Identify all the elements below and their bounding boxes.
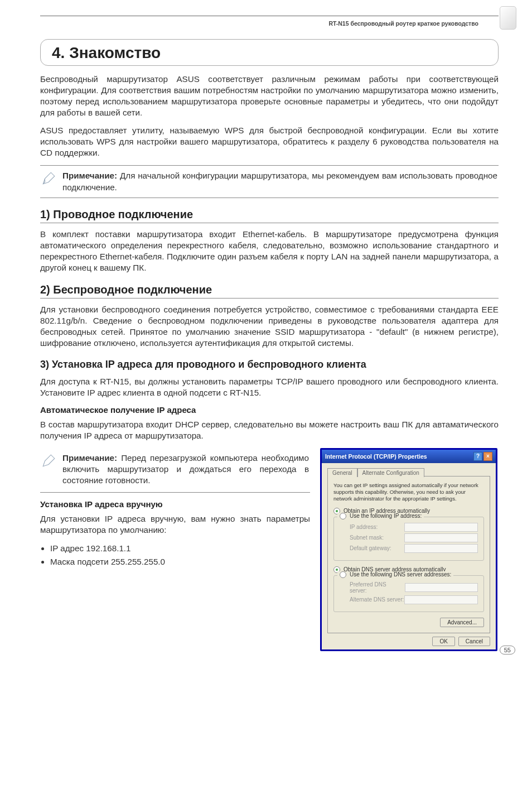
page-title: 4. Знакомство: [52, 44, 487, 62]
note-2-text: Примечание: Перед перезагрузкой компьюте…: [62, 453, 309, 486]
advanced-button[interactable]: Advanced...: [440, 618, 484, 627]
intro-paragraph-2: ASUS предоставляет утилиту, называемую W…: [40, 125, 499, 158]
section-2-underline: [40, 298, 499, 299]
dialog-tabs: General Alternate Configuration: [327, 468, 490, 476]
note-1-text: Примечание: Для начальной конфигурации м…: [62, 170, 497, 192]
auto-ip-body: В состав маршрутизатора входит DHCP серв…: [40, 419, 499, 441]
tab-general[interactable]: General: [327, 468, 357, 477]
dialog-panel: You can get IP settings assigned automat…: [327, 476, 490, 633]
section-1-title: 1) Проводное подключение: [40, 208, 499, 221]
help-button[interactable]: ?: [473, 452, 482, 461]
section-3-title: 3) Установка IP адреса для проводного и …: [40, 359, 499, 370]
radio-dot-icon: [340, 513, 346, 519]
label-ip: IP address:: [350, 524, 378, 530]
label-alternate-dns: Alternate DNS server:: [350, 596, 404, 603]
note-2-label: Примечание:: [62, 453, 117, 463]
section-title-box: 4. Знакомство: [40, 39, 499, 66]
defaults-list: IP адрес 192.168.1.1 Маска подсети 255.2…: [40, 542, 310, 569]
label-mask: Subnet mask:: [350, 535, 384, 541]
section-1-underline: [40, 223, 499, 223]
note-1-body: Для начальной конфигурации маршрутизатор…: [62, 171, 497, 191]
section-2-title: 2) Беспроводное подключение: [40, 283, 499, 296]
dialog-description: You can get IP settings assigned automat…: [333, 482, 484, 502]
section-2-body: Для установки беспроводного соединения п…: [40, 304, 499, 349]
radio-use-ip-label: Use the following IP address:: [350, 513, 422, 519]
booklet-corner-icon: [500, 6, 516, 30]
manual-ip-body: Для установки IP адреса вручную, вам нуж…: [40, 513, 310, 536]
radio-dot-icon: [340, 571, 346, 578]
input-mask[interactable]: [404, 533, 478, 542]
radio-use-ip[interactable]: Use the following IP address:: [337, 513, 424, 519]
radio-use-dns[interactable]: Use the following DNS server addresses:: [337, 571, 453, 578]
manual-ip-heading: Установка IP адреса вручную: [40, 499, 310, 509]
cancel-button[interactable]: Cancel: [458, 637, 490, 646]
label-gateway: Default gateway:: [350, 545, 391, 551]
intro-paragraph-1: Беспроводный маршрутизатор ASUS соответс…: [40, 74, 499, 118]
note-1: Примечание: Для начальной конфигурации м…: [40, 165, 499, 198]
dns-group: Use the following DNS server addresses: …: [333, 575, 484, 612]
ok-button[interactable]: OK: [432, 637, 454, 646]
field-subnet-mask: Subnet mask:: [350, 533, 478, 542]
field-ip-address: IP address:: [350, 523, 478, 532]
input-preferred-dns[interactable]: [405, 583, 478, 592]
note-2: Примечание: Перед перезагрузкой компьюте…: [40, 453, 310, 486]
input-ip[interactable]: [404, 523, 478, 532]
default-mask-item: Маска подсети 255.255.255.0: [50, 556, 310, 569]
label-preferred-dns: Preferred DNS server:: [350, 581, 405, 594]
dialog-titlebar: Internet Protocol (TCP/IP) Properties ? …: [322, 450, 496, 463]
pencil-icon: [41, 454, 56, 468]
field-gateway: Default gateway:: [350, 544, 478, 553]
section-1-body: В комплект поставки маршрутизатора входи…: [40, 229, 499, 273]
section-3-intro: Для доступа к RT-N15, вы должны установи…: [40, 376, 499, 398]
tcpip-properties-dialog: Internet Protocol (TCP/IP) Properties ? …: [320, 448, 497, 651]
radio-use-dns-label: Use the following DNS server addresses:: [350, 571, 451, 577]
input-alternate-dns[interactable]: [404, 595, 478, 604]
pencil-icon: [41, 171, 56, 186]
default-ip-item: IP адрес 192.168.1.1: [50, 542, 310, 555]
tab-alternate[interactable]: Alternate Configuration: [357, 468, 424, 477]
dialog-title: Internet Protocol (TCP/IP) Properties: [325, 453, 427, 460]
page-number: 55: [500, 646, 515, 654]
header-product-line: RT-N15 беспроводный роутер краткое руков…: [40, 18, 499, 30]
auto-ip-heading: Автоматическое получение IP адреса: [40, 405, 499, 415]
field-alternate-dns: Alternate DNS server:: [350, 595, 478, 604]
divider: [40, 492, 310, 493]
note-1-label: Примечание:: [62, 171, 117, 180]
input-gateway[interactable]: [404, 544, 478, 553]
ip-group: Use the following IP address: IP address…: [333, 517, 484, 561]
field-preferred-dns: Preferred DNS server:: [350, 581, 478, 594]
close-button[interactable]: ×: [483, 452, 492, 461]
